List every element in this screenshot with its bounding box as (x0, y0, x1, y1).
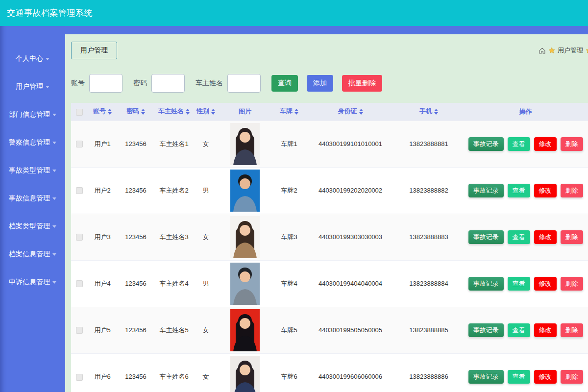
record-button[interactable]: 事故记录 (468, 370, 504, 384)
chevron-down-icon (52, 142, 56, 146)
column-header-photo: 图片 (218, 103, 272, 121)
chevron-down-icon (46, 58, 49, 62)
edit-button[interactable]: 修改 (534, 230, 557, 244)
sort-icon[interactable] (186, 107, 190, 117)
owner-cell: 车主姓名5 (154, 307, 194, 353)
row-select-cell (71, 167, 88, 214)
column-header-id_card[interactable]: 身份证 (306, 103, 394, 121)
record-button[interactable]: 事故记录 (468, 137, 504, 151)
tab-user-management[interactable]: 用户管理 (71, 42, 117, 59)
sidebar-item-8[interactable]: 申诉信息管理 (0, 268, 65, 296)
sidebar-item-7[interactable]: 档案信息管理 (0, 240, 65, 268)
account-label: 账号 (71, 79, 85, 88)
edit-button[interactable]: 修改 (534, 184, 557, 197)
edit-button[interactable]: 修改 (534, 277, 557, 291)
sort-icon[interactable] (108, 107, 112, 117)
select-all-checkbox[interactable] (76, 109, 83, 116)
view-button[interactable]: 查看 (508, 184, 530, 197)
edit-button[interactable]: 修改 (534, 323, 557, 337)
sort-icon[interactable] (434, 107, 438, 117)
chevron-down-icon (52, 170, 56, 174)
sidebar-item-label: 事故类型管理 (9, 166, 50, 175)
column-header-account[interactable]: 账号 (88, 103, 117, 121)
owner-name-label: 车主姓名 (196, 79, 223, 88)
app-title: 交通事故档案管理系统 (7, 7, 93, 19)
owner-cell: 车主姓名4 (154, 260, 194, 307)
delete-button[interactable]: 删除 (561, 370, 583, 384)
row-checkbox[interactable] (76, 374, 83, 381)
sidebar-item-4[interactable]: 事故类型管理 (0, 156, 65, 184)
password-input[interactable] (151, 74, 185, 93)
record-button[interactable]: 事故记录 (468, 184, 504, 197)
record-button[interactable]: 事故记录 (468, 323, 504, 337)
sidebar-item-6[interactable]: 档案类型管理 (0, 212, 65, 240)
view-button[interactable]: 查看 (508, 323, 530, 337)
id_card-cell: 440300199505050005 (306, 307, 394, 353)
row-checkbox[interactable] (76, 234, 83, 241)
column-header-gender[interactable]: 性别 (194, 103, 218, 121)
sidebar-item-1[interactable]: 用户管理 (0, 73, 65, 100)
sidebar-item-2[interactable]: 部门信息管理 (0, 100, 65, 128)
user-table: 账号密码车主姓名性别图片车牌身份证手机操作 用户1123456车主姓名1女车牌1… (71, 103, 588, 392)
delete-button[interactable]: 删除 (561, 230, 583, 244)
delete-button[interactable]: 删除 (561, 137, 583, 151)
view-button[interactable]: 查看 (508, 137, 530, 151)
user-photo[interactable] (230, 263, 260, 305)
table-row: 用户6123456车主姓名6女车牌64403001996060600061382… (71, 353, 588, 392)
edit-button[interactable]: 修改 (534, 370, 557, 384)
column-header-phone[interactable]: 手机 (394, 103, 463, 121)
sort-icon[interactable] (211, 107, 215, 117)
sort-icon[interactable] (141, 107, 145, 117)
account-cell: 用户2 (88, 167, 117, 214)
delete-button[interactable]: 删除 (561, 184, 583, 197)
sort-icon[interactable] (359, 107, 363, 117)
row-checkbox[interactable] (76, 280, 83, 287)
phone-cell: 13823888883 (394, 214, 463, 260)
sidebar-item-0[interactable]: 个人中心 (0, 45, 65, 73)
delete-button[interactable]: 删除 (561, 277, 583, 291)
table-header-row: 账号密码车主姓名性别图片车牌身份证手机操作 (71, 103, 588, 121)
gender-cell: 女 (194, 214, 218, 260)
row-select-cell (71, 260, 88, 307)
user-photo[interactable] (230, 123, 260, 165)
sidebar: 个人中心用户管理部门信息管理警察信息管理事故类型管理事故信息管理档案类型管理档案… (0, 26, 65, 392)
record-button[interactable]: 事故记录 (468, 277, 504, 291)
id_card-cell: 440300199202020002 (306, 167, 394, 214)
actions-cell: 事故记录查看修改删除 (463, 307, 588, 353)
user-photo[interactable] (230, 216, 260, 258)
view-button[interactable]: 查看 (508, 370, 530, 384)
breadcrumb-label: 用户管理 (558, 46, 583, 55)
column-header-password[interactable]: 密码 (117, 103, 154, 121)
view-button[interactable]: 查看 (508, 230, 530, 244)
user-photo[interactable] (230, 356, 260, 392)
add-button[interactable]: 添加 (307, 75, 333, 92)
record-button[interactable]: 事故记录 (468, 230, 504, 244)
home-icon[interactable] (539, 47, 546, 54)
table-body: 用户1123456车主姓名1女车牌14403001991010100011382… (71, 121, 588, 392)
owner-name-input[interactable] (227, 74, 261, 93)
account-cell: 用户5 (88, 307, 117, 353)
star-icon[interactable] (586, 47, 588, 54)
view-button[interactable]: 查看 (508, 277, 530, 291)
user-photo[interactable] (230, 170, 260, 212)
user-photo[interactable] (230, 309, 260, 351)
column-header-plate[interactable]: 车牌 (272, 103, 306, 121)
sidebar-item-5[interactable]: 事故信息管理 (0, 184, 65, 212)
row-checkbox[interactable] (76, 141, 83, 147)
row-checkbox[interactable] (76, 187, 83, 194)
row-checkbox[interactable] (76, 327, 83, 334)
photo-cell (218, 214, 272, 260)
edit-button[interactable]: 修改 (534, 137, 557, 151)
sidebar-item-label: 部门信息管理 (9, 110, 50, 119)
query-button[interactable]: 查询 (271, 75, 298, 92)
plate-cell: 车牌3 (272, 214, 306, 260)
actions-cell: 事故记录查看修改删除 (463, 260, 588, 307)
main-area: 用户管理 用户管理 (65, 26, 588, 392)
star-icon[interactable] (548, 47, 555, 54)
batch-delete-button[interactable]: 批量删除 (342, 75, 382, 92)
sidebar-item-3[interactable]: 警察信息管理 (0, 128, 65, 156)
column-header-owner[interactable]: 车主姓名 (154, 103, 194, 121)
account-input[interactable] (89, 74, 122, 93)
delete-button[interactable]: 删除 (561, 323, 583, 337)
sort-icon[interactable] (294, 107, 298, 117)
